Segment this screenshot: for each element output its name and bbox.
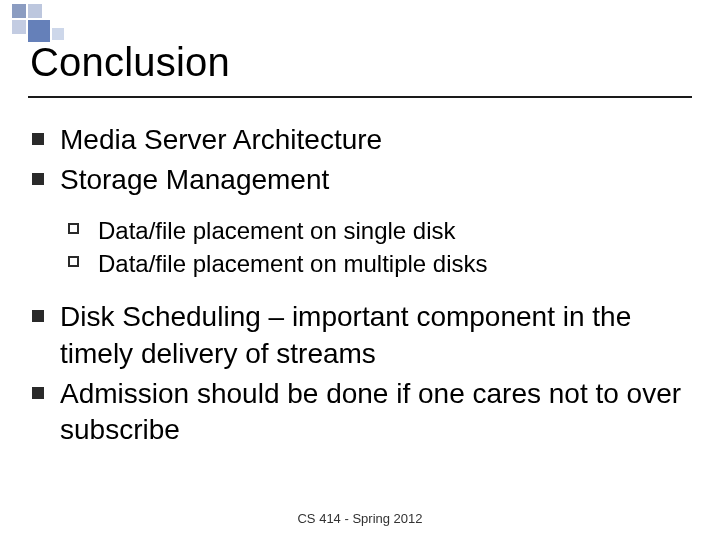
square-bullet-icon	[32, 133, 44, 145]
deco-square	[12, 4, 26, 18]
bullet-l1: Storage Management	[30, 162, 690, 198]
title-underline	[28, 96, 692, 98]
spacer	[30, 203, 690, 213]
slide: Conclusion Media Server Architecture Sto…	[0, 0, 720, 540]
slide-title: Conclusion	[30, 40, 230, 85]
bullet-text: Storage Management	[60, 164, 329, 195]
bullet-text: Data/file placement on single disk	[98, 217, 456, 244]
deco-square	[28, 20, 50, 42]
square-bullet-icon	[32, 310, 44, 322]
slide-content: Media Server Architecture Storage Manage…	[30, 118, 690, 453]
hollow-square-bullet-icon	[68, 223, 79, 234]
corner-decoration	[0, 0, 720, 36]
deco-square	[28, 4, 42, 18]
hollow-square-bullet-icon	[68, 256, 79, 267]
bullet-l1: Media Server Architecture	[30, 122, 690, 158]
bullet-l2: Data/file placement on single disk	[30, 215, 690, 246]
bullet-text: Disk Scheduling – important component in…	[60, 301, 631, 368]
bullet-text: Admission should be done if one cares no…	[60, 378, 681, 445]
slide-footer: CS 414 - Spring 2012	[0, 511, 720, 526]
square-bullet-icon	[32, 387, 44, 399]
spacer	[30, 281, 690, 295]
bullet-text: Media Server Architecture	[60, 124, 382, 155]
deco-square	[52, 28, 64, 40]
bullet-l1: Admission should be done if one cares no…	[30, 376, 690, 449]
bullet-l1: Disk Scheduling – important component in…	[30, 299, 690, 372]
deco-square	[12, 20, 26, 34]
square-bullet-icon	[32, 173, 44, 185]
bullet-l2: Data/file placement on multiple disks	[30, 248, 690, 279]
bullet-text: Data/file placement on multiple disks	[98, 250, 488, 277]
